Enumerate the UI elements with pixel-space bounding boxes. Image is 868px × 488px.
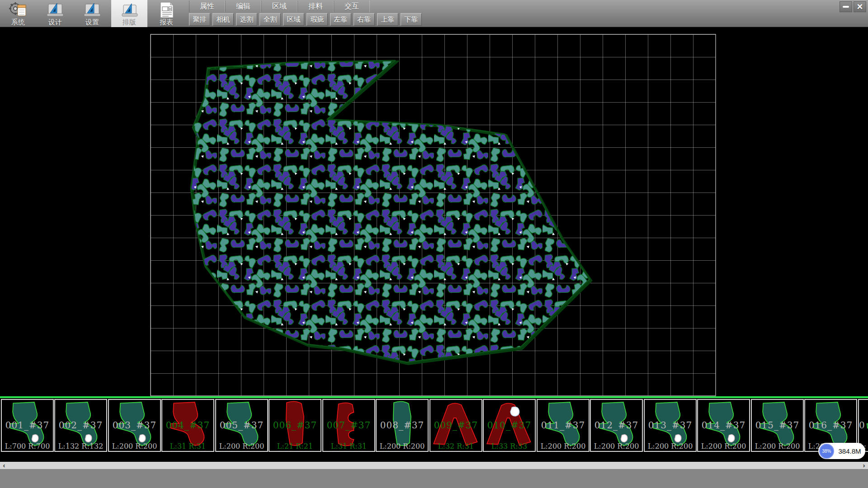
mode-settings[interactable]: 设置	[74, 0, 110, 27]
mode-layout-label: 排版	[111, 19, 147, 26]
piece-size: L:200 R:200	[591, 442, 642, 450]
thumbnail-014[interactable]: 014_#37 L:200 R:200	[697, 399, 750, 452]
minimize-button[interactable]	[840, 1, 852, 12]
piece-size: L:31 R:31	[162, 442, 213, 450]
piece-name: 002_#37	[55, 420, 106, 431]
mode-design-label: 设计	[37, 19, 73, 26]
piece-name: 015_#37	[752, 420, 803, 431]
thumbnail-004[interactable]: 004_#37 L:31 R:31	[161, 399, 214, 452]
piece-size: L:200 R:200	[752, 442, 803, 450]
piece-size: L:32 R:31	[430, 442, 481, 450]
resource-usage-badge: 38% 384.8M	[818, 443, 865, 459]
close-button[interactable]: ×	[854, 1, 866, 12]
tool-align-top[interactable]: 上靠	[377, 13, 398, 26]
piece-name: 004_#37	[162, 420, 213, 431]
scroll-left-icon[interactable]: ‹	[0, 462, 8, 469]
memory-usage-value: 384.8M	[834, 447, 865, 455]
mode-report-label: 报表	[148, 19, 184, 26]
report-document-icon	[157, 1, 176, 19]
close-icon: ×	[857, 2, 863, 11]
toolbar: 系统 设计 设置 排版	[0, 0, 868, 27]
system-gear-icon	[9, 1, 28, 19]
nesting-canvas[interactable]	[0, 27, 868, 396]
piece-size: L:200 R:200	[109, 442, 160, 450]
scroll-right-icon[interactable]: ›	[860, 462, 868, 469]
tool-cut-all[interactable]: 全割	[259, 13, 281, 26]
tool-defect[interactable]: 瑕疵	[307, 13, 328, 26]
tool-select-cut[interactable]: 选割	[236, 13, 257, 26]
footer-bar	[0, 469, 868, 488]
filmstrip-scrollbar[interactable]: ‹ ›	[0, 462, 868, 469]
tool-cluster-nest[interactable]: 聚排	[189, 13, 210, 26]
piece-name: 009_#37	[430, 420, 481, 431]
piece-filmstrip: 001_#37 L:700 R:700 002_#37 L:132 R:132 …	[0, 396, 868, 462]
piece-name: 007_#37	[323, 420, 374, 431]
thumbnail-010[interactable]: 010_#37 L:33 R:33	[483, 399, 536, 452]
menu-interact[interactable]: 交互	[334, 0, 370, 12]
piece-size: L:200 R:200	[698, 442, 749, 450]
piece-size: L:21 R:21	[269, 442, 321, 450]
menu-edit[interactable]: 编辑	[225, 0, 261, 12]
thumbnail-003[interactable]: 003_#37 L:200 R:200	[108, 399, 161, 452]
settings-ruler-icon	[83, 1, 102, 19]
thumbnail-001[interactable]: 001_#37 L:700 R:700	[1, 399, 54, 452]
tool-camera[interactable]: 相机	[212, 13, 234, 26]
tool-align-right[interactable]: 右靠	[354, 13, 375, 26]
usage-percent-badge: 38%	[819, 444, 834, 459]
thumbnail-005[interactable]: 005_#37 L:200 R:200	[215, 399, 268, 452]
piece-size: L:200 R:200	[538, 442, 589, 450]
thumbnail-012[interactable]: 012_#37 L:200 R:200	[590, 399, 643, 452]
filmstrip-green-divider	[0, 396, 868, 398]
thumbnail-013[interactable]: 013_#37 L:200 R:200	[644, 399, 697, 452]
window-controls: ×	[840, 1, 866, 12]
canvas-svg	[0, 27, 868, 396]
tool-align-bottom[interactable]: 下靠	[401, 13, 422, 26]
piece-size: L:33 R:33	[484, 442, 535, 450]
piece-size: L:200 R:200	[645, 442, 696, 450]
piece-name: 003_#37	[109, 420, 160, 431]
menu-nesting[interactable]: 排料	[297, 0, 334, 12]
piece-name: 014_#37	[698, 420, 749, 431]
piece-size: L:31 R:31	[323, 442, 374, 450]
design-ruler-icon	[46, 1, 65, 19]
piece-name: 006_#37	[269, 420, 321, 431]
piece-name: 008_#37	[377, 420, 428, 431]
thumbnail-015[interactable]: 015_#37 L:200 R:200	[751, 399, 804, 452]
mode-report[interactable]: 报表	[148, 0, 184, 27]
piece-size: L:700 R:700	[2, 442, 53, 450]
mode-design[interactable]: 设计	[37, 0, 73, 27]
piece-name: 001_#37	[2, 420, 53, 431]
layout-ruler-icon	[120, 1, 139, 19]
mode-system-label: 系统	[0, 19, 36, 26]
piece-name: 013_#37	[645, 420, 696, 431]
piece-name: 010_#37	[484, 420, 535, 431]
piece-name: 016_#37	[805, 420, 856, 431]
piece-size: L:200 R:200	[216, 442, 267, 450]
piece-name: 011_#37	[538, 420, 589, 431]
thumbnail-007[interactable]: 007_#37 L:31 R:31	[322, 399, 375, 452]
piece-name: 012_#37	[591, 420, 642, 431]
mode-settings-label: 设置	[74, 19, 110, 26]
thumbnail-002[interactable]: 002_#37 L:132 R:132	[54, 399, 107, 452]
thumbnail-009[interactable]: 009_#37 L:32 R:31	[429, 399, 482, 452]
menu-region[interactable]: 区域	[261, 0, 297, 12]
piece-size: L:200 R:200	[377, 442, 428, 450]
menu-bar: 属性 编辑 区域 排料 交互	[189, 0, 370, 12]
thumbnail-011[interactable]: 011_#37 L:200 R:200	[537, 399, 590, 452]
thumbnail-006[interactable]: 006_#37 L:21 R:21	[269, 399, 321, 452]
thumbnail-008[interactable]: 008_#37 L:200 R:200	[376, 399, 429, 452]
piece-size: L:132 R:132	[55, 442, 106, 450]
piece-name: 005_#37	[216, 420, 267, 431]
tool-region[interactable]: 区域	[283, 13, 304, 26]
nesting-app-window: { "window": { "close_glyph": "×" }, "app…	[0, 0, 868, 488]
mode-system[interactable]: 系统	[0, 0, 36, 27]
minimize-icon	[843, 6, 849, 8]
tool-bar: 聚排 相机 选割 全割 区域 瑕疵 左靠 右靠 上靠 下靠	[189, 13, 422, 26]
piece-name: 0	[859, 420, 868, 431]
tool-align-left[interactable]: 左靠	[330, 13, 351, 26]
menu-properties[interactable]: 属性	[189, 0, 225, 12]
mode-layout-selected[interactable]: 排版	[111, 0, 147, 27]
